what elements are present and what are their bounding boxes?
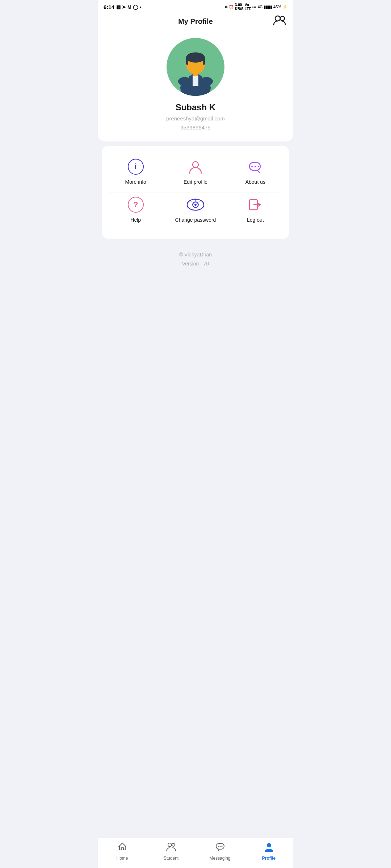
user-email: preneeshya@gmail.com: [166, 115, 225, 122]
battery: 45%: [273, 5, 281, 9]
home-icon: [117, 842, 127, 854]
svg-line-23: [200, 200, 201, 201]
help-label: Help: [130, 217, 141, 223]
status-bar: 6:14 ▦ ➤ M ◯ • ∗ ⏰ 3.00KB/S VoLTE ▪▪▪ 4G…: [98, 0, 293, 12]
profile-nav-icon: [264, 842, 274, 854]
footer: © VidhyaDhan Version - 70: [98, 243, 293, 276]
change-password-button[interactable]: Change password: [165, 196, 225, 223]
svg-point-17: [258, 166, 259, 167]
nav-profile[interactable]: Profile: [244, 842, 293, 861]
status-icons: ▦ ➤ M ◯ •: [116, 4, 141, 10]
change-password-label: Change password: [175, 217, 216, 223]
svg-point-29: [218, 846, 219, 847]
nav-student[interactable]: Student: [147, 842, 196, 861]
app-header: My Profile: [98, 12, 293, 31]
about-us-button[interactable]: About us: [226, 158, 285, 185]
actions-row-2: ? Help Change password: [106, 192, 285, 230]
edit-profile-label: Edit profile: [184, 179, 207, 185]
svg-point-30: [219, 846, 220, 847]
svg-point-32: [267, 843, 271, 847]
svg-point-16: [255, 166, 256, 167]
more-info-label: More info: [125, 179, 146, 185]
group-icon[interactable]: [273, 15, 286, 28]
logout-label: Log out: [247, 217, 264, 223]
more-info-button[interactable]: i More info: [106, 158, 165, 185]
svg-point-26: [168, 843, 172, 847]
svg-point-11: [200, 77, 213, 86]
edit-profile-button[interactable]: Edit profile: [165, 158, 225, 185]
svg-point-0: [275, 16, 280, 21]
copyright: © VidhyaDhan: [98, 250, 293, 259]
help-button[interactable]: ? Help: [106, 196, 165, 223]
svg-point-20: [194, 204, 197, 206]
logout-button[interactable]: Log out: [226, 196, 285, 223]
user-name: Subash K: [176, 102, 216, 112]
messaging-icon: [215, 842, 225, 854]
more-info-icon: i: [127, 158, 144, 175]
svg-rect-5: [203, 58, 205, 65]
svg-point-1: [280, 16, 285, 21]
svg-point-10: [178, 77, 191, 86]
svg-line-22: [191, 200, 192, 201]
svg-point-15: [251, 166, 253, 167]
nav-home[interactable]: Home: [98, 842, 147, 861]
profile-label: Profile: [262, 856, 276, 861]
help-icon: ?: [127, 196, 144, 213]
svg-point-31: [221, 846, 222, 847]
nav-messaging[interactable]: Messaging: [196, 842, 244, 861]
student-label: Student: [164, 856, 178, 861]
about-us-icon: [247, 158, 264, 175]
edit-profile-icon: [187, 158, 204, 175]
svg-point-13: [193, 162, 198, 167]
version: Version - 70: [98, 259, 293, 268]
messaging-label: Messaging: [209, 856, 230, 861]
home-label: Home: [116, 856, 128, 861]
student-icon: [166, 842, 177, 854]
svg-point-3: [186, 52, 205, 63]
logout-icon: [247, 196, 264, 213]
svg-point-27: [172, 843, 175, 846]
change-password-icon: [187, 196, 204, 213]
about-us-label: About us: [245, 179, 265, 185]
page-title: My Profile: [178, 17, 213, 26]
actions-row-1: i More info Edit profile: [106, 154, 285, 192]
avatar: [167, 38, 224, 96]
svg-rect-4: [186, 58, 188, 65]
status-time: 6:14: [104, 4, 114, 10]
svg-point-33: [265, 849, 273, 852]
svg-rect-12: [193, 73, 198, 76]
bottom-nav: Home Student Messaging: [98, 838, 293, 868]
profile-card: Subash K preneeshya@gmail.com 9539896475: [98, 31, 293, 141]
user-phone: 9539896475: [180, 124, 210, 131]
actions-card: i More info Edit profile: [102, 146, 289, 239]
status-right-icons: ∗ ⏰ 3.00KB/S VoLTE ▪▪▪ 4G ▮▮▮▮ 45% ⚡: [224, 3, 287, 11]
